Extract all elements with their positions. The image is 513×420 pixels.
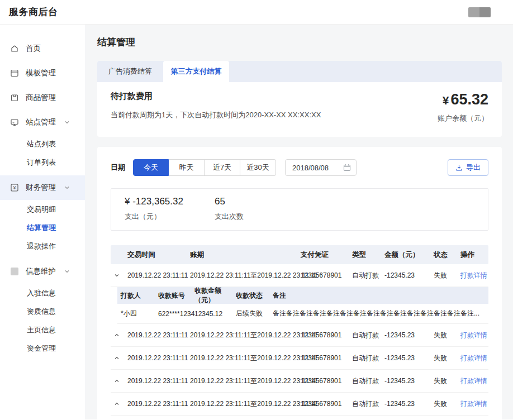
- sidebar-item-label: 财务管理: [26, 183, 56, 193]
- cell-status: 失败: [434, 331, 460, 340]
- cell-voucher: 12345678901: [301, 354, 352, 362]
- export-button[interactable]: 导出: [448, 159, 488, 176]
- table-row: 2019.12.22 23:11:11 2019.12.22 23:11:11至…: [111, 264, 488, 287]
- cell-status: 失败: [434, 376, 460, 386]
- sidebar-item-template[interactable]: 模板管理: [0, 61, 85, 85]
- sidebar-item-entry-info[interactable]: 入驻信息: [0, 284, 85, 302]
- sidebar-item-settlement[interactable]: 结算管理: [0, 218, 85, 237]
- detail-account: 622****1234: [158, 310, 194, 318]
- tab-ad-settlement[interactable]: 广告消费结算: [97, 61, 163, 82]
- cell-time: 2019.12.22 23:11:11: [127, 271, 190, 279]
- range-30days-button[interactable]: 近30天: [240, 159, 276, 176]
- detail-payer: *小四: [117, 309, 158, 318]
- sidebar-item-order-list[interactable]: 订单列表: [0, 153, 85, 171]
- row-detail-panel: 打款人 收款账号 收款金额（元） 收款状态 备注 *小四 622****1234…: [117, 287, 488, 324]
- tab-bar: 广告消费结算 第三方支付结算: [97, 61, 502, 82]
- sidebar-item-fund-management[interactable]: 资金管理: [0, 339, 85, 357]
- count-label: 支出次数: [215, 212, 305, 222]
- tab-third-party-settlement[interactable]: 第三方支付结算: [163, 61, 229, 82]
- sidebar-sub-label: 资质信息: [27, 307, 56, 317]
- date-value: 2018/08/08: [292, 164, 329, 172]
- sidebar-item-homepage-info[interactable]: 主页信息: [0, 321, 85, 339]
- col-header: 操作: [460, 250, 488, 260]
- sidebar-item-label: 首页: [26, 44, 41, 54]
- sidebar-item-site[interactable]: 站点管理: [0, 110, 85, 135]
- expense-stat: ¥ -123,365.32 支出（元）: [125, 196, 215, 222]
- currency-symbol: ¥: [443, 94, 449, 107]
- cell-period: 2019.12.22 23:11:11至2019.12.22 23:11:11: [190, 331, 301, 340]
- payment-detail-link[interactable]: 打款详情: [460, 400, 487, 408]
- cell-amount: -12345.23: [384, 400, 434, 408]
- table-header-row: 交易时间 账期 支付凭证 类型 金额（元） 状态 操作: [111, 245, 488, 264]
- payment-detail-link[interactable]: 打款详情: [460, 377, 487, 385]
- detail-col-header: 打款人: [117, 291, 158, 300]
- cell-time: 2019.12.22 23:11:11: [127, 331, 190, 339]
- range-today-button[interactable]: 今天: [133, 159, 169, 176]
- chevron-down-icon[interactable]: [113, 271, 121, 279]
- sidebar-item-label: 站点管理: [26, 117, 56, 127]
- payment-detail-link[interactable]: 打款详情: [460, 271, 487, 279]
- range-7days-button[interactable]: 近7天: [205, 159, 240, 176]
- payment-detail-link[interactable]: 打款详情: [460, 331, 487, 339]
- expense-label: 支出（元）: [125, 212, 215, 222]
- cell-period: 2019.12.22 23:11:11至2019.12.22 23:11:11: [190, 376, 301, 386]
- balance-value: 65.32: [450, 91, 488, 108]
- user-avatar-placeholder[interactable]: [468, 7, 491, 17]
- date-picker-input[interactable]: 2018/08/08: [285, 159, 357, 176]
- sidebar-item-qualification-info[interactable]: 资质信息: [0, 302, 85, 321]
- cell-type: 自动打款: [352, 331, 384, 340]
- detail-col-header: 收款状态: [236, 291, 273, 300]
- sidebar-sub-label: 退款操作: [27, 241, 56, 251]
- range-yesterday-button[interactable]: 昨天: [169, 159, 205, 176]
- col-header: 金额（元）: [384, 250, 434, 260]
- cell-type: 自动打款: [352, 399, 384, 409]
- sidebar-sub-label: 交易明细: [27, 204, 56, 214]
- table-row: 2019.12.22 23:11:11 2019.12.22 23:11:11至…: [111, 370, 488, 393]
- cell-period: 2019.12.22 23:11:11至2019.12.22 23:11:11: [190, 271, 301, 280]
- sidebar-item-transaction-detail[interactable]: 交易明细: [0, 200, 85, 218]
- cell-voucher: 12345678901: [301, 400, 352, 408]
- main-content: 结算管理 广告消费结算 第三方支付结算 待打款费用 当前付款周期为1天，下次自动…: [85, 25, 513, 419]
- detail-header-row: 打款人 收款账号 收款金额（元） 收款状态 备注: [117, 287, 488, 304]
- sidebar-item-home[interactable]: 首页: [0, 36, 85, 61]
- sidebar-item-site-list[interactable]: 站点列表: [0, 135, 85, 153]
- sidebar-sub-label: 站点列表: [27, 139, 56, 149]
- count-value: 65: [215, 196, 305, 207]
- detail-remark: 备注备注备注备注备注备注备注备注备注备注备注备注备注备注备注...: [273, 309, 488, 318]
- chevron-up-icon[interactable]: [113, 400, 121, 408]
- summary-box: ¥ -123,365.32 支出（元） 65 支出次数: [111, 188, 488, 231]
- sidebar-item-goods[interactable]: 商品管理: [0, 85, 85, 110]
- filter-row: 日期 今天 昨天 近7天 近30天 2018/08/08: [111, 159, 488, 176]
- finance-icon: ¥: [10, 183, 19, 192]
- cell-amount: -12345.23: [384, 354, 434, 362]
- chevron-down-icon: [64, 269, 70, 274]
- table-row: 2019.12.22 23:11:11 2019.12.22 23:11:11至…: [111, 393, 488, 416]
- sidebar-sub-label: 入驻信息: [27, 288, 56, 298]
- sidebar-item-refund[interactable]: 退款操作: [0, 237, 85, 255]
- home-icon: [10, 44, 19, 53]
- svg-text:¥: ¥: [12, 185, 16, 190]
- chevron-down-icon: [64, 120, 70, 125]
- sidebar-item-label: 商品管理: [26, 93, 56, 103]
- cell-status: 失败: [434, 399, 460, 409]
- sidebar-item-finance[interactable]: ¥ 财务管理: [0, 175, 85, 200]
- balance-card: 广告消费结算 第三方支付结算 待打款费用 当前付款周期为1天，下次自动打款时间为…: [97, 61, 502, 137]
- chevron-up-icon[interactable]: [113, 331, 121, 339]
- detail-col-header: 备注: [273, 291, 488, 300]
- payment-detail-link[interactable]: 打款详情: [460, 354, 487, 362]
- chevron-up-icon[interactable]: [113, 354, 121, 362]
- cell-period: 2019.12.22 23:11:11至2019.12.22 23:11:11: [190, 399, 301, 409]
- cell-type: 自动打款: [352, 354, 384, 363]
- detail-row: *小四 622****1234 12345.12 后续失败 备注备注备注备注备注…: [117, 304, 488, 324]
- col-header: 状态: [434, 250, 460, 260]
- cell-status: 失败: [434, 354, 460, 363]
- sidebar-item-info[interactable]: 信息维护: [0, 259, 85, 284]
- cell-amount: -12345.23: [384, 271, 434, 279]
- cell-amount: -12345.23: [384, 377, 434, 385]
- site-icon: [10, 118, 19, 127]
- cell-voucher: 12345678901: [301, 331, 352, 339]
- table-row: 2019.12.22 23:11:11 2019.12.22 23:11:11至…: [111, 347, 488, 370]
- chevron-down-icon: [64, 185, 70, 190]
- chevron-up-icon[interactable]: [113, 377, 121, 385]
- cell-type: 自动打款: [352, 376, 384, 386]
